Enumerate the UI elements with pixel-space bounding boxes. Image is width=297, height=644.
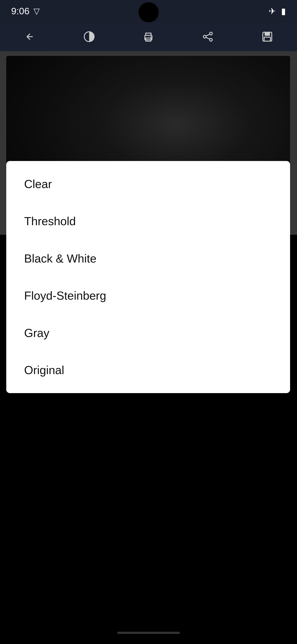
toolbar	[0, 22, 297, 52]
battery-icon: ▮	[281, 6, 286, 16]
dropdown-overlay[interactable]: Clear Threshold Black & White Floyd-Stei…	[0, 52, 297, 644]
dropdown-menu: Clear Threshold Black & White Floyd-Stei…	[6, 161, 290, 393]
status-right: ✈ ▮	[269, 6, 286, 16]
share-button[interactable]	[198, 26, 218, 47]
save-button[interactable]	[257, 26, 278, 47]
svg-rect-10	[265, 32, 270, 36]
camera-notch	[139, 2, 159, 22]
svg-line-7	[206, 34, 210, 36]
back-button[interactable]	[19, 26, 40, 47]
menu-item-original[interactable]: Original	[6, 352, 290, 389]
svg-point-6	[210, 38, 212, 41]
menu-item-gray[interactable]: Gray	[6, 314, 290, 352]
status-time: 9:06	[11, 6, 29, 16]
status-left: 9:06 ▽	[11, 6, 40, 16]
svg-point-3	[150, 36, 152, 38]
svg-point-4	[210, 32, 212, 35]
svg-line-8	[206, 37, 210, 39]
svg-rect-11	[264, 37, 271, 41]
menu-item-threshold[interactable]: Threshold	[6, 202, 290, 240]
color-button[interactable]	[79, 26, 99, 47]
svg-point-5	[203, 35, 206, 38]
menu-item-floyd-steinberg[interactable]: Floyd-Steinberg	[6, 277, 290, 314]
menu-item-clear[interactable]: Clear	[6, 166, 290, 202]
menu-item-black-white[interactable]: Black & White	[6, 240, 290, 277]
status-bar: 9:06 ▽ ✈ ▮	[0, 0, 297, 22]
wifi-icon: ▽	[33, 6, 40, 16]
print-button[interactable]	[138, 26, 159, 47]
airplane-icon: ✈	[269, 6, 276, 16]
